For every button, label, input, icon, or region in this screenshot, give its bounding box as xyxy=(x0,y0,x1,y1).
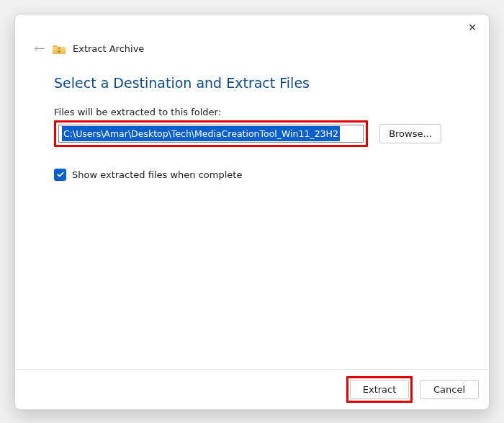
destination-highlight: C:\Users\Amar\Desktop\Tech\MediaCreation… xyxy=(54,120,368,147)
cancel-button[interactable]: Cancel xyxy=(420,380,479,399)
checkmark-icon xyxy=(56,170,65,179)
browse-button[interactable]: Browse... xyxy=(379,124,441,143)
destination-row: C:\Users\Amar\Desktop\Tech\MediaCreation… xyxy=(54,120,450,147)
extract-button[interactable]: Extract xyxy=(350,380,409,399)
archive-folder-icon xyxy=(53,44,66,54)
dialog-footer: Extract Cancel xyxy=(15,369,489,409)
titlebar: ✕ xyxy=(15,14,489,40)
extract-highlight: Extract xyxy=(346,376,413,403)
dialog-content: Select a Destination and Extract Files F… xyxy=(15,61,489,369)
back-arrow-icon[interactable]: 🡐 xyxy=(34,43,45,55)
page-heading: Select a Destination and Extract Files xyxy=(54,75,450,91)
show-files-checkbox-row: Show extracted files when complete xyxy=(54,169,450,181)
dialog-header: 🡐 Extract Archive xyxy=(15,40,489,61)
destination-path-input[interactable]: C:\Users\Amar\Desktop\Tech\MediaCreation… xyxy=(58,125,364,143)
destination-label: Files will be extracted to this folder: xyxy=(54,107,450,117)
close-icon: ✕ xyxy=(468,22,477,32)
dialog-title: Extract Archive xyxy=(73,43,144,54)
extract-archive-dialog: ✕ 🡐 Extract Archive Select a Destination… xyxy=(14,14,490,410)
show-files-checkbox[interactable] xyxy=(54,169,66,181)
destination-path-value: C:\Users\Amar\Desktop\Tech\MediaCreation… xyxy=(62,126,340,141)
show-files-label: Show extracted files when complete xyxy=(72,169,242,180)
close-button[interactable]: ✕ xyxy=(462,17,483,37)
